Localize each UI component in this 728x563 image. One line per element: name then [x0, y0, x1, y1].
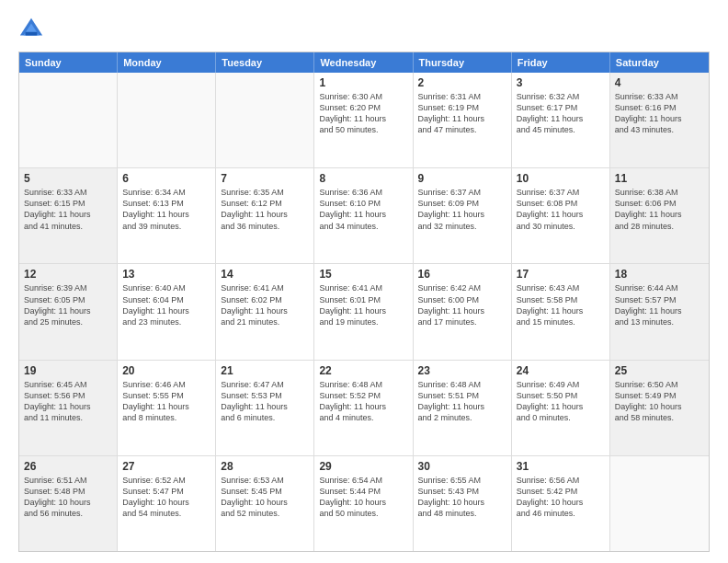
calendar-cell: 19Sunrise: 6:45 AMSunset: 5:56 PMDayligh…: [19, 361, 118, 455]
weekday-header: Tuesday: [216, 52, 314, 73]
day-info: Sunrise: 6:36 AMSunset: 6:10 PMDaylight:…: [319, 187, 407, 232]
day-info: Sunrise: 6:44 AMSunset: 5:57 PMDaylight:…: [615, 282, 704, 327]
calendar-cell: 1Sunrise: 6:30 AMSunset: 6:20 PMDaylight…: [314, 73, 413, 167]
day-info: Sunrise: 6:51 AMSunset: 5:48 PMDaylight:…: [24, 475, 112, 520]
day-info: Sunrise: 6:40 AMSunset: 6:04 PMDaylight:…: [122, 282, 210, 327]
day-number: 28: [221, 460, 309, 473]
day-info: Sunrise: 6:37 AMSunset: 6:08 PMDaylight:…: [517, 187, 605, 232]
logo: [18, 17, 48, 42]
day-info: Sunrise: 6:32 AMSunset: 6:17 PMDaylight:…: [517, 91, 605, 136]
weekday-header: Friday: [512, 52, 610, 73]
day-number: 8: [319, 172, 407, 185]
day-number: 9: [418, 172, 506, 185]
day-number: 25: [615, 364, 704, 377]
calendar-cell: 24Sunrise: 6:49 AMSunset: 5:50 PMDayligh…: [512, 361, 610, 455]
day-number: 12: [24, 268, 112, 281]
day-number: 10: [517, 172, 605, 185]
day-number: 16: [418, 268, 506, 281]
calendar-cell: 20Sunrise: 6:46 AMSunset: 5:55 PMDayligh…: [118, 361, 216, 455]
calendar-cell: 17Sunrise: 6:43 AMSunset: 5:58 PMDayligh…: [512, 264, 610, 359]
day-number: 24: [517, 364, 605, 377]
calendar-cell: 16Sunrise: 6:42 AMSunset: 6:00 PMDayligh…: [414, 264, 512, 359]
calendar-cell: 6Sunrise: 6:34 AMSunset: 6:13 PMDaylight…: [118, 168, 216, 263]
weekday-header: Wednesday: [314, 52, 413, 73]
day-info: Sunrise: 6:42 AMSunset: 6:00 PMDaylight:…: [418, 282, 506, 327]
calendar-cell: 27Sunrise: 6:52 AMSunset: 5:47 PMDayligh…: [118, 456, 216, 551]
day-info: Sunrise: 6:30 AMSunset: 6:20 PMDaylight:…: [319, 91, 407, 136]
day-number: 29: [319, 460, 407, 473]
day-number: 20: [122, 364, 210, 377]
day-number: 3: [517, 76, 605, 89]
day-info: Sunrise: 6:46 AMSunset: 5:55 PMDaylight:…: [122, 379, 210, 424]
calendar-cell: [610, 456, 709, 551]
day-info: Sunrise: 6:53 AMSunset: 5:45 PMDaylight:…: [221, 475, 309, 520]
day-info: Sunrise: 6:47 AMSunset: 5:53 PMDaylight:…: [221, 379, 309, 424]
calendar-row: 1Sunrise: 6:30 AMSunset: 6:20 PMDaylight…: [19, 73, 709, 167]
calendar-cell: 21Sunrise: 6:47 AMSunset: 5:53 PMDayligh…: [216, 361, 314, 455]
calendar-cell: 25Sunrise: 6:50 AMSunset: 5:49 PMDayligh…: [610, 361, 709, 455]
header: [18, 17, 710, 42]
day-number: 2: [418, 76, 506, 89]
calendar-cell: 29Sunrise: 6:54 AMSunset: 5:44 PMDayligh…: [314, 456, 413, 551]
day-info: Sunrise: 6:48 AMSunset: 5:52 PMDaylight:…: [319, 379, 407, 424]
calendar-cell: 9Sunrise: 6:37 AMSunset: 6:09 PMDaylight…: [414, 168, 512, 263]
day-number: 6: [122, 172, 210, 185]
calendar-cell: 18Sunrise: 6:44 AMSunset: 5:57 PMDayligh…: [610, 264, 709, 359]
calendar-cell: 14Sunrise: 6:41 AMSunset: 6:02 PMDayligh…: [216, 264, 314, 359]
day-number: 7: [221, 172, 309, 185]
weekday-header: Thursday: [414, 52, 512, 73]
calendar-cell: 31Sunrise: 6:56 AMSunset: 5:42 PMDayligh…: [512, 456, 610, 551]
day-info: Sunrise: 6:41 AMSunset: 6:01 PMDaylight:…: [319, 282, 407, 327]
calendar-cell: [118, 73, 216, 167]
svg-rect-2: [25, 32, 37, 36]
day-info: Sunrise: 6:41 AMSunset: 6:02 PMDaylight:…: [221, 282, 309, 327]
day-info: Sunrise: 6:54 AMSunset: 5:44 PMDaylight:…: [319, 475, 407, 520]
day-info: Sunrise: 6:33 AMSunset: 6:15 PMDaylight:…: [24, 187, 112, 232]
day-number: 22: [319, 364, 407, 377]
calendar-cell: 30Sunrise: 6:55 AMSunset: 5:43 PMDayligh…: [414, 456, 512, 551]
day-info: Sunrise: 6:35 AMSunset: 6:12 PMDaylight:…: [221, 187, 309, 232]
calendar: SundayMondayTuesdayWednesdayThursdayFrid…: [18, 52, 710, 552]
calendar-cell: 10Sunrise: 6:37 AMSunset: 6:08 PMDayligh…: [512, 168, 610, 263]
day-number: 1: [319, 76, 407, 89]
day-info: Sunrise: 6:55 AMSunset: 5:43 PMDaylight:…: [418, 475, 506, 520]
calendar-cell: 8Sunrise: 6:36 AMSunset: 6:10 PMDaylight…: [314, 168, 413, 263]
calendar-cell: 4Sunrise: 6:33 AMSunset: 6:16 PMDaylight…: [610, 73, 709, 167]
weekday-header: Saturday: [610, 52, 709, 73]
day-number: 31: [517, 460, 605, 473]
weekday-header: Sunday: [19, 52, 118, 73]
calendar-row: 5Sunrise: 6:33 AMSunset: 6:15 PMDaylight…: [19, 167, 709, 263]
day-info: Sunrise: 6:56 AMSunset: 5:42 PMDaylight:…: [517, 475, 605, 520]
calendar-cell: 2Sunrise: 6:31 AMSunset: 6:19 PMDaylight…: [414, 73, 512, 167]
day-info: Sunrise: 6:31 AMSunset: 6:19 PMDaylight:…: [418, 91, 506, 136]
calendar-body: 1Sunrise: 6:30 AMSunset: 6:20 PMDaylight…: [19, 73, 709, 551]
day-info: Sunrise: 6:39 AMSunset: 6:05 PMDaylight:…: [24, 282, 112, 327]
day-info: Sunrise: 6:49 AMSunset: 5:50 PMDaylight:…: [517, 379, 605, 424]
day-number: 11: [615, 172, 704, 185]
page: SundayMondayTuesdayWednesdayThursdayFrid…: [0, 0, 728, 563]
calendar-cell: 7Sunrise: 6:35 AMSunset: 6:12 PMDaylight…: [216, 168, 314, 263]
weekday-header: Monday: [118, 52, 216, 73]
day-number: 30: [418, 460, 506, 473]
day-number: 17: [517, 268, 605, 281]
calendar-cell: 26Sunrise: 6:51 AMSunset: 5:48 PMDayligh…: [19, 456, 118, 551]
day-number: 26: [24, 460, 112, 473]
calendar-cell: 11Sunrise: 6:38 AMSunset: 6:06 PMDayligh…: [610, 168, 709, 263]
day-info: Sunrise: 6:38 AMSunset: 6:06 PMDaylight:…: [615, 187, 704, 232]
calendar-cell: [216, 73, 314, 167]
calendar-cell: 3Sunrise: 6:32 AMSunset: 6:17 PMDaylight…: [512, 73, 610, 167]
day-number: 27: [122, 460, 210, 473]
day-number: 21: [221, 364, 309, 377]
day-number: 18: [615, 268, 704, 281]
calendar-cell: 22Sunrise: 6:48 AMSunset: 5:52 PMDayligh…: [314, 361, 413, 455]
calendar-cell: [19, 73, 118, 167]
calendar-row: 26Sunrise: 6:51 AMSunset: 5:48 PMDayligh…: [19, 455, 709, 551]
calendar-cell: 15Sunrise: 6:41 AMSunset: 6:01 PMDayligh…: [314, 264, 413, 359]
day-number: 4: [615, 76, 704, 89]
calendar-cell: 5Sunrise: 6:33 AMSunset: 6:15 PMDaylight…: [19, 168, 118, 263]
calendar-cell: 13Sunrise: 6:40 AMSunset: 6:04 PMDayligh…: [118, 264, 216, 359]
calendar-header: SundayMondayTuesdayWednesdayThursdayFrid…: [19, 52, 709, 73]
calendar-cell: 28Sunrise: 6:53 AMSunset: 5:45 PMDayligh…: [216, 456, 314, 551]
day-info: Sunrise: 6:37 AMSunset: 6:09 PMDaylight:…: [418, 187, 506, 232]
day-number: 23: [418, 364, 506, 377]
